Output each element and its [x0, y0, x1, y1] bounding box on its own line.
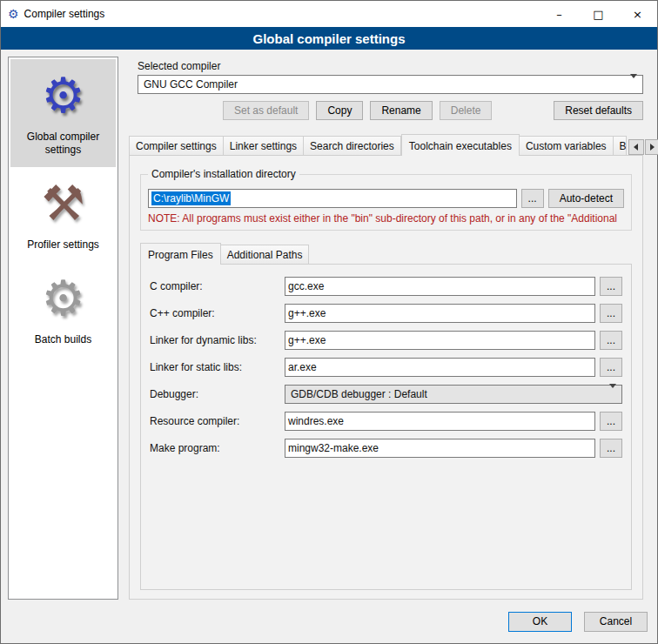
cpp-compiler-row: C++ compiler: g++.exe ... [150, 304, 622, 323]
auto-detect-button[interactable]: Auto-detect [548, 189, 624, 208]
debugger-row: Debugger: GDB/CDB debugger : Default [150, 385, 622, 404]
c-compiler-label: C compiler: [150, 280, 280, 292]
debugger-dropdown[interactable]: GDB/CDB debugger : Default [285, 385, 622, 404]
static-linker-browse-button[interactable]: ... [600, 358, 622, 377]
resource-compiler-row: Resource compiler: windres.exe ... [150, 412, 622, 431]
settings-sidebar: ⚙ Global compiler settings ⚒ Profiler se… [8, 57, 118, 600]
sidebar-item-label: Profiler settings [12, 238, 114, 252]
selected-compiler-label: Selected compiler [138, 60, 650, 72]
static-linker-label: Linker for static libs: [150, 361, 280, 373]
chevron-down-icon [630, 78, 637, 91]
static-linker-row: Linker for static libs: ar.exe ... [150, 358, 622, 377]
tab-compiler-settings[interactable]: Compiler settings [129, 136, 224, 155]
sidebar-item-label: Global compiler settings [12, 131, 114, 157]
sidebar-item-label: Batch builds [12, 333, 114, 346]
set-as-default-button: Set as default [223, 101, 309, 120]
content-area: ⚙ Global compiler settings ⚒ Profiler se… [1, 50, 657, 607]
dynamic-linker-row: Linker for dynamic libs: g++.exe ... [150, 331, 622, 350]
minimize-button[interactable]: – [540, 1, 579, 27]
tab-program-files[interactable]: Program Files [140, 243, 221, 265]
sidebar-item-global-compiler-settings[interactable]: ⚙ Global compiler settings [10, 59, 116, 167]
main-panel: Selected compiler GNU GCC Compiler Set a… [127, 57, 650, 600]
dialog-header: Global compiler settings [1, 27, 657, 50]
cpp-compiler-input[interactable]: g++.exe [285, 304, 595, 323]
dynamic-linker-label: Linker for dynamic libs: [150, 334, 280, 346]
debugger-label: Debugger: [150, 388, 280, 400]
installation-directory-row: C:\raylib\MinGW ... Auto-detect [148, 189, 624, 208]
toolchain-executables-panel: Compiler's installation directory C:\ray… [129, 155, 643, 600]
tab-scroll-right-button[interactable] [645, 139, 658, 155]
static-linker-input[interactable]: ar.exe [285, 358, 595, 377]
dynamic-linker-input[interactable]: g++.exe [285, 331, 595, 350]
program-files-tabstrip: Program Files Additional Paths [140, 243, 632, 264]
compiler-actions: Set as default Copy Rename Delete Reset … [138, 101, 643, 120]
delete-button: Delete [440, 101, 493, 120]
install-dir-browse-button[interactable]: ... [521, 189, 544, 208]
install-dir-selected-text: C:\raylib\MinGW [151, 191, 231, 205]
maximize-button[interactable]: □ [579, 1, 618, 27]
c-compiler-value: gcc.exe [288, 280, 324, 292]
compiler-settings-window: ⚙ Compiler settings – □ × Global compile… [0, 0, 658, 644]
bin-subdirectory-note: NOTE: All programs must exist either in … [148, 212, 624, 225]
resource-compiler-label: Resource compiler: [150, 415, 280, 427]
window-controls: – □ × [540, 1, 657, 27]
dialog-footer: OK Cancel [1, 607, 657, 643]
make-program-input[interactable]: mingw32-make.exe [285, 439, 595, 458]
titlebar: ⚙ Compiler settings – □ × [1, 1, 657, 27]
make-program-label: Make program: [150, 442, 280, 454]
make-program-row: Make program: mingw32-make.exe ... [150, 439, 622, 458]
program-files-panel: C compiler: gcc.exe ... C++ compiler: g+… [140, 264, 632, 590]
resource-compiler-input[interactable]: windres.exe [285, 412, 595, 431]
installation-directory-group: Compiler's installation directory C:\ray… [140, 168, 632, 231]
sidebar-item-batch-builds[interactable]: ⚙ Batch builds [10, 262, 116, 357]
tab-scroll-left-button[interactable] [628, 139, 644, 155]
tab-search-directories[interactable]: Search directories [304, 136, 401, 155]
ok-button[interactable]: OK [508, 612, 572, 632]
debugger-value: GDB/CDB debugger : Default [291, 388, 427, 400]
arrow-right-icon [650, 144, 655, 151]
c-compiler-row: C compiler: gcc.exe ... [150, 277, 622, 296]
reset-defaults-button[interactable]: Reset defaults [554, 101, 643, 120]
static-linker-value: ar.exe [288, 361, 317, 373]
close-button[interactable]: × [618, 1, 657, 27]
c-compiler-input[interactable]: gcc.exe [285, 277, 595, 296]
cpp-compiler-label: C++ compiler: [150, 307, 280, 319]
resource-compiler-browse-button[interactable]: ... [600, 412, 622, 431]
c-compiler-browse-button[interactable]: ... [600, 277, 622, 296]
make-program-value: mingw32-make.exe [288, 442, 379, 454]
resource-compiler-value: windres.exe [288, 415, 344, 427]
tab-scrollers [627, 139, 658, 155]
window-title: Compiler settings [24, 8, 105, 20]
dynamic-linker-value: g++.exe [288, 334, 326, 346]
install-dir-input[interactable]: C:\raylib\MinGW [148, 189, 517, 208]
gear-icon: ⚙ [12, 68, 114, 127]
rename-button[interactable]: Rename [370, 101, 432, 120]
sidebar-item-profiler-settings[interactable]: ⚒ Profiler settings [10, 167, 116, 262]
make-program-browse-button[interactable]: ... [600, 439, 622, 458]
copy-button[interactable]: Copy [316, 101, 363, 120]
selected-compiler-value: GNU GCC Compiler [144, 78, 238, 91]
tab-additional-paths[interactable]: Additional Paths [221, 245, 310, 264]
app-icon: ⚙ [8, 8, 19, 20]
profiler-tool-icon: ⚒ [12, 176, 114, 235]
cpp-compiler-value: g++.exe [288, 307, 326, 319]
tab-build-options[interactable]: Buil [614, 136, 627, 155]
dynamic-linker-browse-button[interactable]: ... [600, 331, 622, 350]
chevron-down-icon [609, 388, 616, 400]
cpp-compiler-browse-button[interactable]: ... [600, 304, 622, 323]
tab-toolchain-executables[interactable]: Toolchain executables [401, 134, 520, 156]
gears-icon: ⚙ [12, 271, 114, 330]
cancel-button[interactable]: Cancel [584, 612, 648, 632]
tab-linker-settings[interactable]: Linker settings [224, 136, 304, 155]
arrow-left-icon [634, 144, 638, 151]
settings-tabstrip: Compiler settings Linker settings Search… [129, 134, 643, 155]
selected-compiler-dropdown[interactable]: GNU GCC Compiler [138, 75, 643, 94]
tab-custom-variables[interactable]: Custom variables [520, 136, 614, 155]
installation-directory-legend: Compiler's installation directory [148, 168, 299, 180]
